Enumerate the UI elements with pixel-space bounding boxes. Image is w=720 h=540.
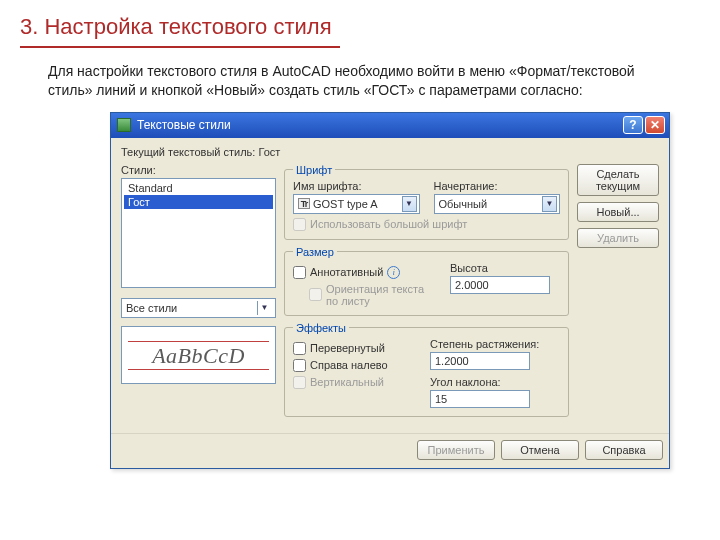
vertical-checkbox: Вертикальный — [293, 376, 416, 389]
titlebar: Текстовые стили ? ✕ — [111, 113, 669, 138]
big-font-input — [293, 218, 306, 231]
cancel-button[interactable]: Отмена — [501, 440, 579, 460]
font-style-label: Начертание: — [434, 180, 561, 192]
height-label: Высота — [450, 262, 560, 274]
font-name-label: Имя шрифта: — [293, 180, 420, 192]
dialog-title: Текстовые стили — [137, 118, 621, 132]
current-style-value: Гост — [258, 146, 280, 158]
font-legend: Шрифт — [293, 164, 335, 176]
title-underline — [20, 46, 340, 48]
size-group: Размер Аннотативный i Ориентация текста … — [284, 246, 569, 316]
flip-input[interactable] — [293, 342, 306, 355]
annotative-checkbox[interactable]: Аннотативный i — [293, 266, 436, 279]
font-group: Шрифт Имя шрифта: Tr GOST type A ▼ — [284, 164, 569, 240]
size-legend: Размер — [293, 246, 337, 258]
width-factor-label: Степень растяжения: — [430, 338, 560, 350]
set-current-button[interactable]: Сделать текущим — [577, 164, 659, 196]
rtl-input[interactable] — [293, 359, 306, 372]
preview-guide-line — [128, 369, 269, 370]
font-style-dropdown[interactable]: Обычный ▼ — [434, 194, 561, 214]
truetype-icon: Tr — [298, 198, 310, 209]
orient-checkbox: Ориентация текста по листу — [309, 283, 436, 307]
styles-label: Стили: — [121, 164, 276, 176]
apply-button: Применить — [417, 440, 495, 460]
oblique-angle-label: Угол наклона: — [430, 376, 560, 388]
height-input[interactable]: 2.0000 — [450, 276, 550, 294]
dialog-footer: Применить Отмена Справка — [111, 433, 669, 468]
font-name-value: GOST type A — [313, 198, 378, 210]
effects-group: Эффекты Перевернутый Справа налево — [284, 322, 569, 417]
filter-value: Все стили — [126, 302, 177, 314]
titlebar-help-button[interactable]: ? — [623, 116, 643, 134]
font-style-value: Обычный — [439, 198, 543, 210]
big-font-label: Использовать большой шрифт — [310, 218, 467, 230]
flip-label: Перевернутый — [310, 342, 385, 354]
annotative-input[interactable] — [293, 266, 306, 279]
list-item[interactable]: Standard — [124, 181, 273, 195]
big-font-checkbox: Использовать большой шрифт — [293, 218, 560, 231]
current-style-row: Текущий текстовый стиль: Гост — [121, 146, 659, 158]
current-style-label: Текущий текстовый стиль: — [121, 146, 255, 158]
orient-input — [309, 288, 322, 301]
preview-box: AaBbCcD — [121, 326, 276, 384]
annotative-label: Аннотативный — [310, 266, 383, 278]
orient-label: Ориентация текста по листу — [326, 283, 436, 307]
vertical-label: Вертикальный — [310, 376, 384, 388]
rtl-checkbox[interactable]: Справа налево — [293, 359, 416, 372]
filter-dropdown[interactable]: Все стили ▼ — [121, 298, 276, 318]
oblique-angle-input[interactable]: 15 — [430, 390, 530, 408]
list-item[interactable]: Гост — [124, 195, 273, 209]
chevron-down-icon: ▼ — [542, 196, 557, 212]
titlebar-close-button[interactable]: ✕ — [645, 116, 665, 134]
font-name-dropdown[interactable]: Tr GOST type A ▼ — [293, 194, 420, 214]
flip-checkbox[interactable]: Перевернутый — [293, 342, 416, 355]
help-button[interactable]: Справка — [585, 440, 663, 460]
slide-title: 3. Настройка текстового стиля — [20, 14, 700, 40]
effects-legend: Эффекты — [293, 322, 349, 334]
dialog-body: Текущий текстовый стиль: Гост Стили: Sta… — [111, 138, 669, 433]
intro-paragraph: Для настройки текстового стиля в AutoCAD… — [48, 62, 680, 100]
info-icon[interactable]: i — [387, 266, 400, 279]
rtl-label: Справа налево — [310, 359, 388, 371]
delete-style-button: Удалить — [577, 228, 659, 248]
chevron-down-icon: ▼ — [257, 301, 271, 315]
preview-guide-line — [128, 341, 269, 342]
vertical-input — [293, 376, 306, 389]
new-style-button[interactable]: Новый... — [577, 202, 659, 222]
text-styles-dialog: Текстовые стили ? ✕ Текущий текстовый ст… — [110, 112, 670, 469]
width-factor-input[interactable]: 1.2000 — [430, 352, 530, 370]
chevron-down-icon: ▼ — [402, 196, 417, 212]
preview-sample-text: AaBbCcD — [122, 343, 275, 369]
app-icon — [117, 118, 131, 132]
styles-listbox[interactable]: Standard Гост — [121, 178, 276, 288]
